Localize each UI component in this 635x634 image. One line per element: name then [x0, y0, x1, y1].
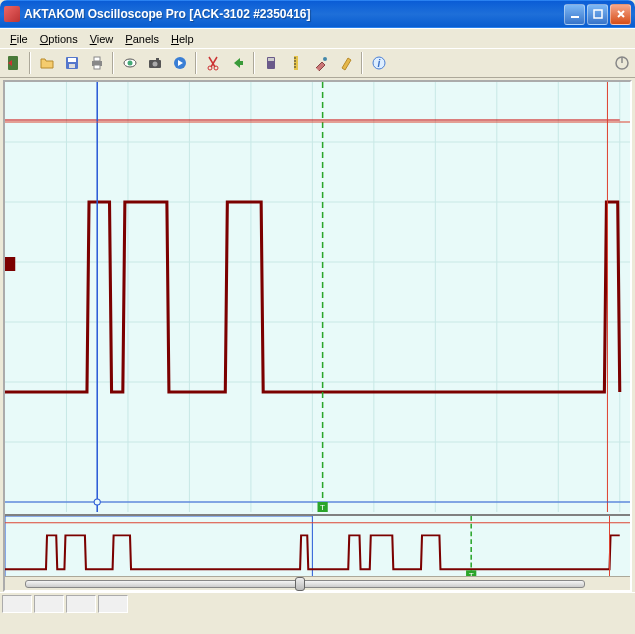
status-panel-1 [2, 595, 32, 613]
svg-rect-4 [68, 58, 76, 62]
svg-point-15 [208, 66, 212, 70]
svg-point-16 [214, 66, 218, 70]
toolbar-separator [29, 52, 31, 74]
svg-point-12 [152, 62, 157, 67]
settings-button[interactable] [259, 52, 282, 75]
status-panel-3 [66, 595, 96, 613]
svg-rect-46 [5, 516, 630, 580]
minimize-button[interactable] [564, 4, 585, 25]
scope-main-display[interactable]: T [5, 82, 630, 512]
print-button[interactable] [85, 52, 108, 75]
svg-text:i: i [377, 58, 380, 69]
close-button[interactable] [610, 4, 631, 25]
watch-button[interactable] [118, 52, 141, 75]
svg-text:T: T [320, 503, 325, 512]
svg-rect-1 [594, 10, 602, 18]
menu-file[interactable]: File [4, 31, 34, 47]
scrollbar-thumb[interactable] [25, 580, 585, 588]
svg-rect-8 [94, 65, 100, 69]
window-title: AKTAKOM Oscilloscope Pro [ACK-3102 #2350… [24, 7, 562, 21]
app-icon [4, 6, 20, 22]
menu-view[interactable]: View [84, 31, 120, 47]
save-button[interactable] [60, 52, 83, 75]
status-panel-2 [34, 595, 64, 613]
menu-help[interactable]: Help [165, 31, 200, 47]
toolbar: i [0, 48, 635, 78]
svg-rect-5 [69, 64, 75, 68]
svg-point-10 [127, 61, 132, 66]
toolbar-separator [112, 52, 114, 74]
open-button[interactable] [35, 52, 58, 75]
svg-rect-26 [5, 82, 630, 512]
back-button[interactable] [226, 52, 249, 75]
cursor-intersection-icon [94, 499, 100, 505]
channel-a-marker-icon[interactable] [5, 257, 15, 271]
toolbar-separator [253, 52, 255, 74]
svg-rect-7 [94, 57, 100, 61]
svg-rect-19 [268, 58, 274, 61]
probe-button[interactable] [309, 52, 332, 75]
toolbar-separator [361, 52, 363, 74]
menu-options[interactable]: Options [34, 31, 84, 47]
about-button[interactable]: i [367, 52, 390, 75]
run-button[interactable] [168, 52, 191, 75]
status-panel-4 [98, 595, 128, 613]
scrollbar-knob[interactable] [295, 577, 305, 591]
exit-button[interactable] [2, 52, 25, 75]
snapshot-button[interactable] [143, 52, 166, 75]
power-button[interactable] [610, 52, 633, 75]
marker-button[interactable] [334, 52, 357, 75]
menubar: File Options View Panels Help [0, 28, 635, 48]
svg-rect-0 [571, 16, 579, 18]
svg-rect-17 [239, 61, 243, 65]
menu-panels[interactable]: Panels [119, 31, 165, 47]
measure-button[interactable] [284, 52, 307, 75]
cut-button[interactable] [201, 52, 224, 75]
svg-rect-13 [156, 58, 159, 60]
svg-point-21 [323, 57, 327, 61]
titlebar: AKTAKOM Oscilloscope Pro [ACK-3102 #2350… [0, 0, 635, 28]
toolbar-separator [195, 52, 197, 74]
statusbar [0, 592, 635, 614]
maximize-button[interactable] [587, 4, 608, 25]
scope-overview-display[interactable]: T [5, 514, 630, 580]
horizontal-scrollbar[interactable] [5, 576, 630, 590]
scope-workspace: T T [3, 80, 632, 592]
